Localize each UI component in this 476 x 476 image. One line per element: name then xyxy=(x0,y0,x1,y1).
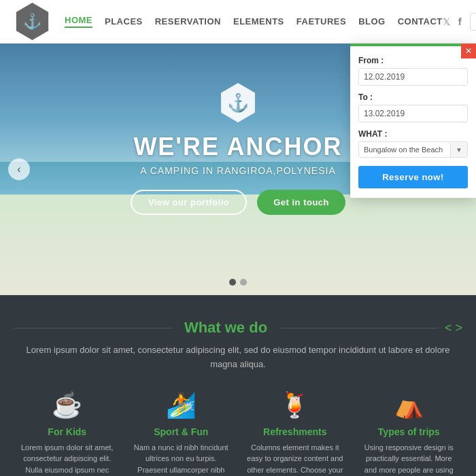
from-input-wrap: 📅 xyxy=(358,68,468,86)
contact-button[interactable]: Get in touch xyxy=(257,190,345,215)
nav-home[interactable]: HOME xyxy=(65,15,92,28)
feature-trips: ⛺ Types of trips Using responsive design… xyxy=(356,391,463,476)
twitter-icon[interactable]: 𝕏 xyxy=(443,16,450,27)
section-line-left xyxy=(14,328,172,328)
to-input-wrap: 📅 xyxy=(358,105,468,122)
trips-title: Types of trips xyxy=(359,426,460,437)
reservation-card: ✕ From : 📅 To : 📅 WHAT : Bungalow on the… xyxy=(350,44,476,198)
what-select-wrap: Bungalow on the Beach Camping Tent Cabin… xyxy=(358,141,468,158)
dot-2[interactable] xyxy=(240,279,247,286)
hero-anchor-icon: ⚓ xyxy=(227,92,249,114)
from-label: From : xyxy=(358,56,468,65)
reserve-button[interactable]: Reserve now! xyxy=(358,166,468,188)
section-header: What we do < > xyxy=(14,319,462,337)
facebook-icon[interactable]: f xyxy=(458,16,462,27)
main-nav: HOME PLACES RESERVATION ELEMENTS FAETURE… xyxy=(65,15,443,28)
prev-arrow[interactable]: ‹ xyxy=(8,158,30,180)
hero-title: WE'RE ANCHOR xyxy=(131,133,345,161)
refresh-icon: 🍹 xyxy=(245,391,345,420)
section-title: What we do xyxy=(172,319,279,337)
trips-desc: Using responsive design is practically e… xyxy=(359,442,460,476)
what-section: What we do < > Lorem ipsum dolor sit ame… xyxy=(0,295,476,476)
hero-hex: ⚓ xyxy=(218,83,258,122)
feature-refresh: 🍹 Refreshments Columns element makes it … xyxy=(241,391,349,476)
sport-desc: Nam a nunc id nibh tincidunt ultrices no… xyxy=(131,442,232,476)
header-icons: 𝕏 f 🛒 0 xyxy=(443,13,476,31)
cart-wrap[interactable]: 🛒 0 xyxy=(470,13,476,31)
nav-places[interactable]: PLACES xyxy=(105,16,143,27)
nav-contact[interactable]: CONTACT xyxy=(398,16,443,27)
section-arrows-icon: < > xyxy=(445,321,462,335)
sport-icon: 🏄 xyxy=(131,391,232,420)
trips-icon: ⛺ xyxy=(359,391,460,420)
hero-container: ‹ ⚓ WE'RE ANCHOR A CAMPING IN RANGIROA,P… xyxy=(0,44,476,295)
nav-blog[interactable]: BLOG xyxy=(358,16,386,27)
header: ⚓ HOME PLACES RESERVATION ELEMENTS FAETU… xyxy=(0,0,476,44)
kids-desc: Lorem ipsum dolor sit amet, consectetur … xyxy=(17,442,118,476)
kids-icon: ☕ xyxy=(17,391,118,420)
slider-dots xyxy=(229,279,247,286)
to-input[interactable] xyxy=(359,105,468,122)
portfolio-button[interactable]: View our portfolio xyxy=(131,190,247,215)
section-line-right xyxy=(279,328,438,328)
dot-1[interactable] xyxy=(229,279,236,286)
what-select[interactable]: Bungalow on the Beach Camping Tent Cabin xyxy=(359,142,450,157)
nav-elements[interactable]: ELEMENTS xyxy=(233,16,284,27)
hero-content: ⚓ WE'RE ANCHOR A CAMPING IN RANGIROA,POL… xyxy=(131,83,345,215)
feature-kids: ☕ For Kids Lorem ipsum dolor sit amet, c… xyxy=(14,391,121,476)
section-description: Lorem ipsum dolor sit amet, consectetur … xyxy=(14,343,462,372)
anchor-icon: ⚓ xyxy=(23,13,41,31)
feature-sport: 🏄 Sport & Fun Nam a nunc id nibh tincidu… xyxy=(128,391,235,476)
nav-reservation[interactable]: RESERVATION xyxy=(155,16,221,27)
refresh-title: Refreshments xyxy=(245,426,345,437)
logo[interactable]: ⚓ xyxy=(14,3,51,40)
what-label: WHAT : xyxy=(358,129,468,139)
features-grid: ☕ For Kids Lorem ipsum dolor sit amet, c… xyxy=(14,391,462,476)
select-arrow-icon: ▼ xyxy=(450,143,467,157)
close-button[interactable]: ✕ xyxy=(461,44,476,58)
to-label: To : xyxy=(358,92,468,102)
kids-title: For Kids xyxy=(17,426,118,437)
from-input[interactable] xyxy=(359,69,468,85)
refresh-desc: Columns element makes it easy to organiz… xyxy=(245,442,345,476)
sport-title: Sport & Fun xyxy=(131,426,232,437)
nav-faetures[interactable]: FAETURES xyxy=(296,16,346,27)
hero-subtitle: A CAMPING IN RANGIROA,POLYNESIA xyxy=(131,165,345,176)
hero-buttons: View our portfolio Get in touch xyxy=(131,190,345,215)
